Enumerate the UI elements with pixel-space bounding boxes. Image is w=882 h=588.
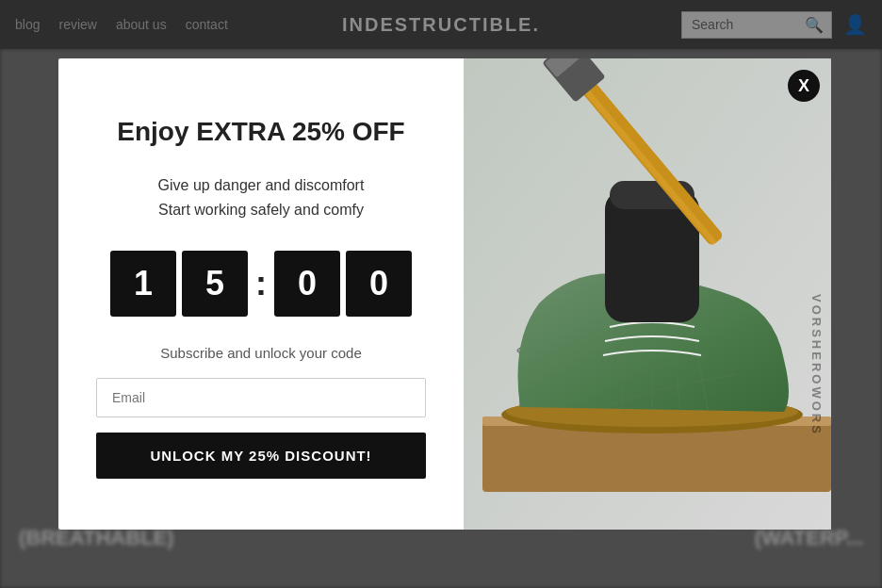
modal-subtitle: Give up danger and discomfort Start work… bbox=[158, 173, 365, 221]
timer-digit-4: 0 bbox=[346, 251, 412, 317]
modal-title-highlight: EXTRA 25% OFF bbox=[196, 117, 404, 146]
shoe-image: VORSHEROWORS bbox=[464, 58, 831, 530]
promo-modal: X Enjoy EXTRA 25% OFF Give up danger and… bbox=[58, 58, 831, 530]
unlock-button[interactable]: UNLOCK MY 25% DISCOUNT! bbox=[96, 433, 426, 479]
close-button[interactable]: X bbox=[788, 70, 820, 102]
email-input[interactable] bbox=[96, 378, 426, 417]
modal-title: Enjoy EXTRA 25% OFF bbox=[117, 117, 404, 147]
modal-title-prefix: Enjoy bbox=[117, 117, 196, 146]
modal-left-panel: Enjoy EXTRA 25% OFF Give up danger and d… bbox=[58, 58, 464, 530]
timer-digit-2: 5 bbox=[182, 251, 248, 317]
modal-subtitle-line1: Give up danger and discomfort bbox=[158, 177, 365, 193]
timer-digit-3: 0 bbox=[274, 251, 340, 317]
svg-text:VORSHEROWORS: VORSHEROWORS bbox=[809, 294, 824, 436]
modal-subtitle-line2: Start working safely and comfy bbox=[158, 202, 364, 218]
timer-digit-1: 1 bbox=[110, 251, 176, 317]
shoe-illustration: VORSHEROWORS bbox=[464, 58, 831, 530]
subscribe-text: Subscribe and unlock your code bbox=[160, 345, 361, 361]
timer-colon: : bbox=[255, 264, 267, 303]
countdown-timer: 1 5 : 0 0 bbox=[110, 251, 412, 317]
modal-right-panel: VORSHEROWORS bbox=[464, 58, 831, 530]
